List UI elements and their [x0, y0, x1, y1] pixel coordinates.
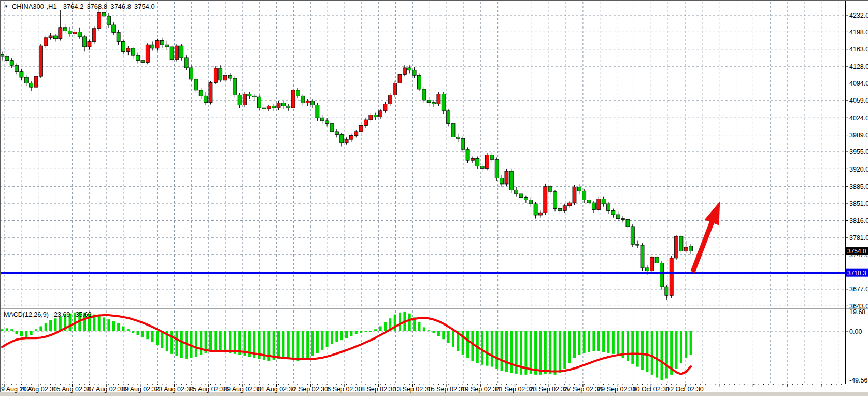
svg-text:29 Sep 02:30: 29 Sep 02:30	[597, 386, 636, 393]
svg-text:12 Oct 02:30: 12 Oct 02:30	[666, 386, 704, 393]
svg-text:4198.0: 4198.0	[849, 29, 868, 36]
svg-text:25 Aug 02:30: 25 Aug 02:30	[189, 386, 227, 393]
macd-main-value: -23.69	[52, 311, 70, 318]
price-chart-canvas[interactable]: 4232.04198.04163.04128.04094.04059.04024…	[0, 0, 868, 396]
svg-text:0.00: 0.00	[849, 328, 862, 335]
svg-text:15 Sep 02:30: 15 Sep 02:30	[428, 386, 466, 393]
symbol-collapse-icon[interactable]: ▼	[4, 4, 8, 9]
svg-text:23 Aug 02:30: 23 Aug 02:30	[155, 386, 194, 393]
macd-name: MACD(12,26,9)	[4, 311, 49, 318]
svg-text:4128.0: 4128.0	[849, 63, 868, 70]
svg-text:3710.3: 3710.3	[847, 270, 866, 277]
svg-text:8 Sep 02:30: 8 Sep 02:30	[361, 386, 396, 393]
svg-text:21 Sep 02:30: 21 Sep 02:30	[495, 386, 534, 393]
chart-background[interactable]	[0, 0, 868, 396]
svg-text:17 Aug 02:30: 17 Aug 02:30	[87, 386, 125, 393]
svg-text:15 Aug 02:30: 15 Aug 02:30	[53, 386, 92, 393]
support-price-badge: 3710.3	[846, 269, 868, 277]
svg-text:31 Aug 02:30: 31 Aug 02:30	[258, 386, 296, 393]
svg-text:2 Sep 02:30: 2 Sep 02:30	[293, 386, 328, 393]
svg-text:3754.0: 3754.0	[847, 248, 866, 255]
svg-text:4024.0: 4024.0	[849, 115, 868, 122]
svg-text:4232.0: 4232.0	[849, 12, 868, 19]
ohlc-open: 3764.2	[63, 3, 84, 10]
svg-text:-49.56: -49.56	[849, 377, 867, 384]
symbol-label: ▼CHINA300-,H13764.23768.83746.83754.0	[4, 3, 158, 10]
symbol-period-text: CHINA300-,H1	[12, 3, 57, 10]
chart-window: 4232.04198.04163.04128.04094.04059.04024…	[0, 0, 868, 396]
svg-text:13 Sep 02:30: 13 Sep 02:30	[393, 386, 432, 393]
svg-text:4163.0: 4163.0	[849, 46, 868, 53]
svg-text:27 Sep 02:30: 27 Sep 02:30	[564, 386, 602, 393]
current-price-badge: 3754.0	[846, 247, 868, 255]
svg-text:10 Oct 02:30: 10 Oct 02:30	[633, 386, 670, 393]
svg-text:23 Sep 02:30: 23 Sep 02:30	[530, 386, 568, 393]
macd-signal-value: -35.69	[73, 311, 91, 318]
svg-text:3677.0: 3677.0	[849, 286, 868, 293]
svg-text:3955.0: 3955.0	[849, 148, 868, 155]
ohlc-high: 3768.8	[87, 3, 107, 10]
svg-text:19 Aug 02:30: 19 Aug 02:30	[121, 386, 160, 393]
svg-text:3851.0: 3851.0	[849, 200, 868, 207]
svg-text:29 Aug 02:30: 29 Aug 02:30	[223, 386, 262, 393]
svg-text:3781.0: 3781.0	[849, 234, 868, 242]
svg-text:3920.0: 3920.0	[849, 166, 868, 173]
svg-text:3885.0: 3885.0	[849, 183, 868, 190]
window-bottom-strip	[0, 392, 868, 396]
svg-text:19 Sep 02:30: 19 Sep 02:30	[462, 386, 500, 393]
svg-text:4094.0: 4094.0	[849, 80, 868, 87]
ohlc-low: 3746.8	[110, 3, 131, 10]
svg-text:3816.0: 3816.0	[849, 217, 868, 224]
macd-indicator-label: MACD(12,26,9)-23.69-35.69	[4, 311, 95, 318]
ohlc-close: 3754.0	[134, 3, 155, 10]
svg-text:11 Aug 02:30: 11 Aug 02:30	[19, 386, 57, 393]
svg-text:4059.0: 4059.0	[849, 97, 868, 104]
svg-text:6 Sep 02:30: 6 Sep 02:30	[327, 386, 362, 393]
svg-text:3989.0: 3989.0	[849, 132, 868, 139]
svg-text:19.68: 19.68	[849, 308, 865, 316]
